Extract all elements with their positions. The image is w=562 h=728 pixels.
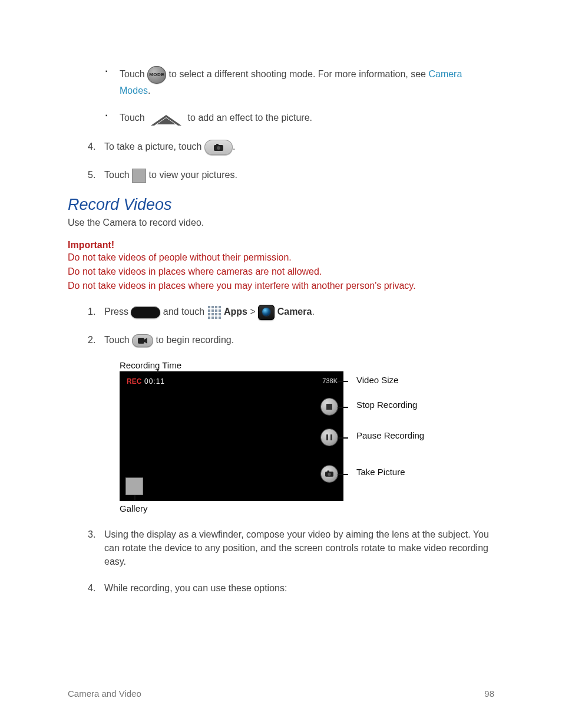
svg-rect-1 [216, 144, 219, 146]
pause-recording-button[interactable] [321, 429, 338, 446]
step-recording-options: While recording, you can use these optio… [104, 581, 494, 595]
text: . [148, 85, 150, 95]
svg-point-2 [217, 146, 220, 150]
recording-diagram: Recording Time REC 00:11 738K [120, 360, 449, 513]
svg-rect-4 [211, 306, 214, 308]
take-picture-button[interactable] [321, 466, 338, 482]
caption-recording-time: Recording Time [120, 360, 449, 370]
text: Touch [104, 170, 132, 180]
text: . [312, 307, 314, 317]
svg-rect-9 [215, 309, 217, 312]
gallery-thumb-icon [132, 169, 146, 183]
callout-stop-recording: Stop Recording [356, 400, 417, 410]
apps-label: Apps [224, 307, 247, 317]
stop-icon [326, 404, 332, 410]
mode-icon [147, 66, 166, 84]
svg-rect-12 [211, 313, 214, 315]
step-view-pictures: Touch to view your pictures. [104, 168, 494, 183]
text: > [250, 307, 258, 317]
step-open-camera: Press and touch Apps > Camera. [104, 305, 494, 320]
apps-grid-icon [207, 305, 222, 319]
footer-section-title: Camera and Video [68, 689, 141, 699]
important-line: Do not take videos of people without the… [68, 251, 494, 265]
camera-icon [325, 470, 333, 477]
important-line: Do not take videos in places where camer… [68, 265, 494, 279]
text: . [233, 141, 235, 151]
callout-pause-recording: Pause Recording [356, 430, 424, 440]
svg-rect-7 [208, 309, 210, 312]
camera-app-icon [258, 305, 275, 320]
video-size-readout: 738K [322, 377, 338, 384]
record-video-steps-cont: Using the display as a viewfinder, compo… [68, 528, 494, 595]
bullet-shooting-mode: Touch to select a different shooting mod… [120, 66, 494, 97]
svg-rect-11 [208, 313, 210, 315]
record-video-steps: Press and touch Apps > Camera. Touc [68, 305, 494, 347]
important-line: Do not take videos in places where you m… [68, 279, 494, 293]
svg-rect-6 [219, 306, 221, 308]
camera-label: Camera [277, 307, 312, 317]
section-heading-record-videos: Record Videos [68, 196, 494, 214]
text: to begin recording. [156, 335, 234, 345]
text: to select a different shooting mode. For… [169, 69, 429, 79]
step-begin-recording: Touch to begin recording. [104, 333, 494, 347]
important-block: Important! Do not take videos of people … [68, 240, 494, 293]
pause-icon [326, 434, 332, 440]
tick-icon [157, 369, 158, 373]
bullet-effect: Touch to add an effect to the picture. [120, 110, 494, 127]
svg-rect-14 [219, 313, 221, 315]
svg-rect-17 [215, 317, 217, 319]
chevron-up-icon [147, 110, 185, 127]
take-picture-steps: To take a picture, touch . Touch to view… [68, 140, 494, 183]
svg-rect-10 [219, 309, 221, 312]
gallery-thumbnail[interactable] [125, 477, 143, 495]
rec-indicator: REC [127, 377, 141, 386]
svg-rect-3 [208, 306, 210, 308]
svg-rect-13 [215, 313, 217, 315]
svg-rect-15 [208, 317, 210, 319]
text: Touch [120, 113, 147, 123]
svg-rect-19 [138, 338, 144, 344]
text: To take a picture, touch [104, 141, 204, 151]
recording-viewfinder: REC 00:11 738K [120, 371, 343, 501]
stop-recording-button[interactable] [321, 398, 338, 415]
callout-video-size: Video Size [356, 375, 398, 385]
svg-rect-5 [215, 306, 217, 308]
diagram-callouts: Video Size Stop Recording Pause Recordin… [343, 371, 449, 501]
svg-rect-18 [219, 317, 221, 319]
step-compose-video: Using the display as a viewfinder, compo… [104, 528, 494, 569]
text: Touch [104, 335, 132, 345]
home-key-icon [131, 307, 160, 318]
shooting-mode-bullets: Touch to select a different shooting mod… [68, 66, 494, 127]
text: to add an effect to the picture. [188, 113, 312, 123]
page: Touch to select a different shooting mod… [0, 0, 562, 728]
step-take-picture: To take a picture, touch . [104, 140, 494, 155]
svg-rect-16 [211, 317, 214, 319]
callout-take-picture: Take Picture [356, 467, 405, 477]
text: Touch [120, 69, 147, 79]
svg-point-22 [328, 473, 330, 476]
footer-page-number: 98 [484, 689, 494, 699]
svg-rect-8 [211, 309, 214, 312]
text: and touch [163, 307, 207, 317]
record-button-icon [132, 334, 153, 347]
caption-gallery: Gallery [120, 503, 449, 513]
shutter-button-icon [204, 140, 233, 155]
svg-rect-21 [328, 470, 330, 472]
text: to view your pictures. [149, 170, 237, 180]
text: Press [104, 307, 131, 317]
important-title: Important! [68, 240, 494, 251]
section-intro: Use the Camera to record video. [68, 218, 494, 228]
rec-elapsed-time: 00:11 [144, 377, 165, 386]
